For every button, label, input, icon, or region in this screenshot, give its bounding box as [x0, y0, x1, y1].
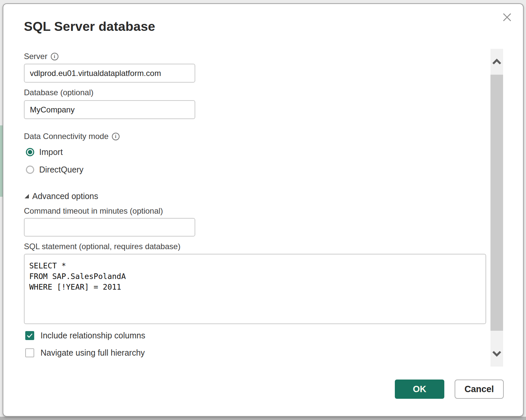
- radio-import[interactable]: Import: [26, 147, 63, 157]
- command-timeout-input[interactable]: [24, 218, 195, 237]
- checkbox-navigate-full-hierarchy[interactable]: Navigate using full hierarchy: [25, 348, 145, 358]
- sql-statement-label-text: SQL statement (optional, requires databa…: [24, 242, 180, 251]
- ok-button[interactable]: OK: [395, 380, 444, 399]
- scrollbar-thumb[interactable]: [490, 75, 503, 331]
- server-info-icon[interactable]: i: [51, 53, 58, 60]
- checkbox-include-relationship-columns[interactable]: Include relationship columns: [25, 331, 145, 340]
- background-bottom-strip: [0, 417, 526, 420]
- checkbox-include-relationship-columns-label: Include relationship columns: [41, 331, 145, 340]
- radio-import-label: Import: [39, 147, 63, 157]
- database-label-text: Database (optional): [24, 88, 93, 97]
- connectivity-info-icon[interactable]: i: [112, 133, 120, 140]
- sql-server-database-dialog: SQL Server database Server i Database (o…: [3, 3, 524, 417]
- server-label-text: Server: [24, 52, 47, 61]
- command-timeout-label-text: Command timeout in minutes (optional): [24, 206, 163, 216]
- advanced-options-toggle[interactable]: Advanced options: [24, 191, 98, 201]
- sql-statement-textarea[interactable]: SELECT * FROM SAP.SalesPolandA WHERE [!Y…: [24, 254, 486, 324]
- connectivity-mode-label: Data Connectivity mode i: [24, 132, 120, 141]
- connectivity-mode-label-text: Data Connectivity mode: [24, 132, 109, 141]
- scroll-down-icon[interactable]: [490, 341, 503, 367]
- radio-directquery-label: DirectQuery: [39, 165, 83, 175]
- close-icon[interactable]: [501, 11, 513, 23]
- server-label: Server i: [24, 52, 58, 61]
- advanced-options-label: Advanced options: [32, 191, 98, 201]
- cancel-button[interactable]: Cancel: [455, 380, 504, 399]
- checkbox-unchecked-icon: [25, 348, 34, 357]
- scroll-up-icon[interactable]: [490, 49, 503, 75]
- dialog-title: SQL Server database: [24, 19, 155, 34]
- vertical-scrollbar[interactable]: [490, 49, 503, 367]
- radio-unselected-icon: [26, 166, 34, 174]
- radio-selected-icon: [26, 148, 34, 156]
- server-input[interactable]: [24, 64, 195, 83]
- command-timeout-label: Command timeout in minutes (optional): [24, 206, 163, 216]
- checkbox-checked-icon: [25, 331, 34, 340]
- radio-directquery[interactable]: DirectQuery: [26, 165, 83, 175]
- checkbox-navigate-full-hierarchy-label: Navigate using full hierarchy: [41, 348, 145, 358]
- sql-statement-label: SQL statement (optional, requires databa…: [24, 242, 180, 251]
- database-label: Database (optional): [24, 88, 93, 97]
- expanded-triangle-icon: [24, 193, 30, 199]
- database-input[interactable]: [24, 100, 195, 119]
- background-page-sliver: [0, 125, 3, 197]
